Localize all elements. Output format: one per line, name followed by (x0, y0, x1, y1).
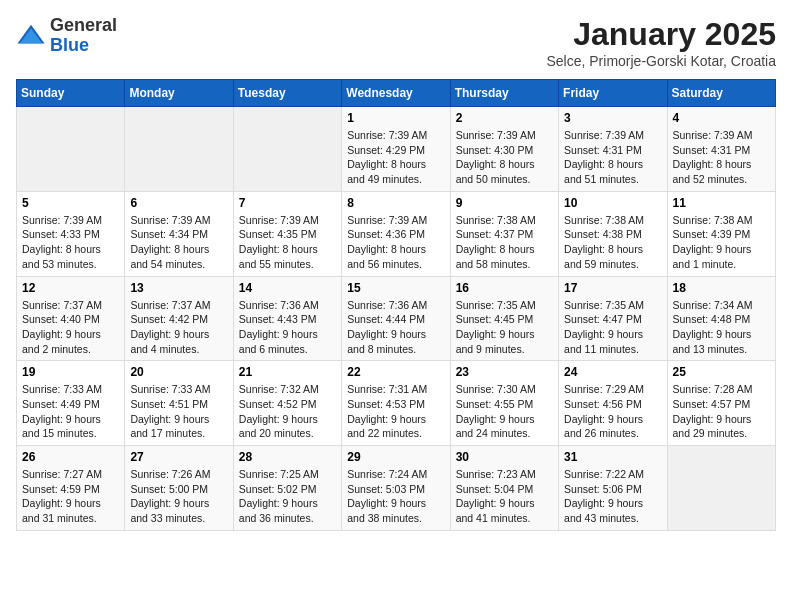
day-number: 7 (239, 196, 336, 210)
day-info: Sunrise: 7:33 AM Sunset: 4:51 PM Dayligh… (130, 382, 227, 441)
day-cell: 16Sunrise: 7:35 AM Sunset: 4:45 PM Dayli… (450, 276, 558, 361)
day-cell: 12Sunrise: 7:37 AM Sunset: 4:40 PM Dayli… (17, 276, 125, 361)
day-number: 23 (456, 365, 553, 379)
day-cell: 13Sunrise: 7:37 AM Sunset: 4:42 PM Dayli… (125, 276, 233, 361)
day-cell: 3Sunrise: 7:39 AM Sunset: 4:31 PM Daylig… (559, 107, 667, 192)
day-number: 13 (130, 281, 227, 295)
day-info: Sunrise: 7:23 AM Sunset: 5:04 PM Dayligh… (456, 467, 553, 526)
day-cell: 11Sunrise: 7:38 AM Sunset: 4:39 PM Dayli… (667, 191, 775, 276)
day-info: Sunrise: 7:39 AM Sunset: 4:31 PM Dayligh… (564, 128, 661, 187)
day-number: 1 (347, 111, 444, 125)
day-number: 5 (22, 196, 119, 210)
day-number: 27 (130, 450, 227, 464)
day-cell: 24Sunrise: 7:29 AM Sunset: 4:56 PM Dayli… (559, 361, 667, 446)
day-number: 11 (673, 196, 770, 210)
day-cell: 2Sunrise: 7:39 AM Sunset: 4:30 PM Daylig… (450, 107, 558, 192)
day-number: 8 (347, 196, 444, 210)
calendar: SundayMondayTuesdayWednesdayThursdayFrid… (16, 79, 776, 531)
logo-text: General Blue (50, 16, 117, 56)
day-info: Sunrise: 7:27 AM Sunset: 4:59 PM Dayligh… (22, 467, 119, 526)
day-cell: 14Sunrise: 7:36 AM Sunset: 4:43 PM Dayli… (233, 276, 341, 361)
day-info: Sunrise: 7:34 AM Sunset: 4:48 PM Dayligh… (673, 298, 770, 357)
day-cell: 5Sunrise: 7:39 AM Sunset: 4:33 PM Daylig… (17, 191, 125, 276)
day-cell: 6Sunrise: 7:39 AM Sunset: 4:34 PM Daylig… (125, 191, 233, 276)
day-cell: 20Sunrise: 7:33 AM Sunset: 4:51 PM Dayli… (125, 361, 233, 446)
weekday-header-friday: Friday (559, 80, 667, 107)
day-info: Sunrise: 7:38 AM Sunset: 4:38 PM Dayligh… (564, 213, 661, 272)
day-number: 2 (456, 111, 553, 125)
day-cell (233, 107, 341, 192)
day-number: 31 (564, 450, 661, 464)
day-info: Sunrise: 7:25 AM Sunset: 5:02 PM Dayligh… (239, 467, 336, 526)
day-info: Sunrise: 7:39 AM Sunset: 4:36 PM Dayligh… (347, 213, 444, 272)
logo: General Blue (16, 16, 117, 56)
day-info: Sunrise: 7:39 AM Sunset: 4:34 PM Dayligh… (130, 213, 227, 272)
day-info: Sunrise: 7:30 AM Sunset: 4:55 PM Dayligh… (456, 382, 553, 441)
day-info: Sunrise: 7:24 AM Sunset: 5:03 PM Dayligh… (347, 467, 444, 526)
day-number: 22 (347, 365, 444, 379)
day-cell: 17Sunrise: 7:35 AM Sunset: 4:47 PM Dayli… (559, 276, 667, 361)
day-number: 9 (456, 196, 553, 210)
day-number: 26 (22, 450, 119, 464)
day-info: Sunrise: 7:37 AM Sunset: 4:40 PM Dayligh… (22, 298, 119, 357)
day-number: 3 (564, 111, 661, 125)
day-cell: 4Sunrise: 7:39 AM Sunset: 4:31 PM Daylig… (667, 107, 775, 192)
day-cell: 9Sunrise: 7:38 AM Sunset: 4:37 PM Daylig… (450, 191, 558, 276)
day-number: 21 (239, 365, 336, 379)
weekday-header-tuesday: Tuesday (233, 80, 341, 107)
day-cell: 28Sunrise: 7:25 AM Sunset: 5:02 PM Dayli… (233, 446, 341, 531)
day-info: Sunrise: 7:32 AM Sunset: 4:52 PM Dayligh… (239, 382, 336, 441)
day-info: Sunrise: 7:33 AM Sunset: 4:49 PM Dayligh… (22, 382, 119, 441)
weekday-header-monday: Monday (125, 80, 233, 107)
weekday-header-row: SundayMondayTuesdayWednesdayThursdayFrid… (17, 80, 776, 107)
day-cell: 10Sunrise: 7:38 AM Sunset: 4:38 PM Dayli… (559, 191, 667, 276)
day-info: Sunrise: 7:26 AM Sunset: 5:00 PM Dayligh… (130, 467, 227, 526)
weekday-header-wednesday: Wednesday (342, 80, 450, 107)
page-header: General Blue January 2025 Selce, Primorj… (16, 16, 776, 69)
location: Selce, Primorje-Gorski Kotar, Croatia (546, 53, 776, 69)
day-cell: 30Sunrise: 7:23 AM Sunset: 5:04 PM Dayli… (450, 446, 558, 531)
day-cell: 15Sunrise: 7:36 AM Sunset: 4:44 PM Dayli… (342, 276, 450, 361)
week-row-5: 26Sunrise: 7:27 AM Sunset: 4:59 PM Dayli… (17, 446, 776, 531)
day-cell: 27Sunrise: 7:26 AM Sunset: 5:00 PM Dayli… (125, 446, 233, 531)
day-number: 15 (347, 281, 444, 295)
day-cell: 31Sunrise: 7:22 AM Sunset: 5:06 PM Dayli… (559, 446, 667, 531)
day-cell (125, 107, 233, 192)
day-info: Sunrise: 7:22 AM Sunset: 5:06 PM Dayligh… (564, 467, 661, 526)
day-info: Sunrise: 7:35 AM Sunset: 4:47 PM Dayligh… (564, 298, 661, 357)
day-info: Sunrise: 7:37 AM Sunset: 4:42 PM Dayligh… (130, 298, 227, 357)
day-number: 25 (673, 365, 770, 379)
day-cell (17, 107, 125, 192)
day-info: Sunrise: 7:39 AM Sunset: 4:30 PM Dayligh… (456, 128, 553, 187)
weekday-header-sunday: Sunday (17, 80, 125, 107)
month-title: January 2025 (546, 16, 776, 53)
day-cell (667, 446, 775, 531)
weekday-header-thursday: Thursday (450, 80, 558, 107)
day-cell: 19Sunrise: 7:33 AM Sunset: 4:49 PM Dayli… (17, 361, 125, 446)
day-info: Sunrise: 7:39 AM Sunset: 4:29 PM Dayligh… (347, 128, 444, 187)
day-number: 10 (564, 196, 661, 210)
day-number: 24 (564, 365, 661, 379)
day-info: Sunrise: 7:31 AM Sunset: 4:53 PM Dayligh… (347, 382, 444, 441)
day-info: Sunrise: 7:38 AM Sunset: 4:39 PM Dayligh… (673, 213, 770, 272)
day-number: 28 (239, 450, 336, 464)
day-number: 4 (673, 111, 770, 125)
day-cell: 25Sunrise: 7:28 AM Sunset: 4:57 PM Dayli… (667, 361, 775, 446)
day-number: 14 (239, 281, 336, 295)
day-info: Sunrise: 7:38 AM Sunset: 4:37 PM Dayligh… (456, 213, 553, 272)
day-cell: 18Sunrise: 7:34 AM Sunset: 4:48 PM Dayli… (667, 276, 775, 361)
day-number: 29 (347, 450, 444, 464)
week-row-4: 19Sunrise: 7:33 AM Sunset: 4:49 PM Dayli… (17, 361, 776, 446)
day-number: 6 (130, 196, 227, 210)
day-cell: 26Sunrise: 7:27 AM Sunset: 4:59 PM Dayli… (17, 446, 125, 531)
title-block: January 2025 Selce, Primorje-Gorski Kota… (546, 16, 776, 69)
day-info: Sunrise: 7:35 AM Sunset: 4:45 PM Dayligh… (456, 298, 553, 357)
day-cell: 29Sunrise: 7:24 AM Sunset: 5:03 PM Dayli… (342, 446, 450, 531)
day-number: 30 (456, 450, 553, 464)
day-number: 12 (22, 281, 119, 295)
day-number: 18 (673, 281, 770, 295)
day-cell: 8Sunrise: 7:39 AM Sunset: 4:36 PM Daylig… (342, 191, 450, 276)
day-info: Sunrise: 7:39 AM Sunset: 4:35 PM Dayligh… (239, 213, 336, 272)
day-info: Sunrise: 7:29 AM Sunset: 4:56 PM Dayligh… (564, 382, 661, 441)
day-cell: 22Sunrise: 7:31 AM Sunset: 4:53 PM Dayli… (342, 361, 450, 446)
